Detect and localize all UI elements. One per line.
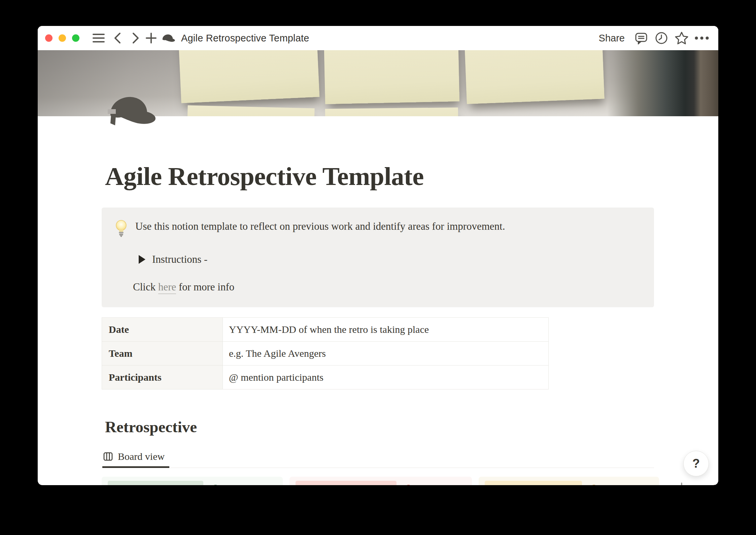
view-tab-bar: Board view	[102, 447, 654, 468]
add-group-button[interactable]	[675, 481, 688, 485]
section-heading: Retrospective	[105, 418, 718, 436]
callout-block[interactable]: Use this notion template to reflect on p…	[102, 208, 654, 307]
board-view: WHAT WENT RIGHT 2 WHAT WENT WRONG 2 WHAT…	[102, 477, 718, 485]
property-value-participants[interactable]: @ mention participants	[223, 365, 549, 389]
sticky-note	[178, 50, 320, 103]
column-count: 2	[592, 482, 597, 485]
column-title-pill[interactable]: WHAT WENT WRONG	[296, 481, 397, 485]
close-button[interactable]	[45, 34, 53, 42]
here-link[interactable]: here	[158, 281, 176, 294]
titlebar: Agile Retrospective Template Share	[38, 26, 718, 50]
sidebar-menu-button[interactable]	[91, 30, 106, 46]
comments-button[interactable]	[633, 30, 649, 46]
share-button[interactable]: Share	[595, 31, 629, 46]
window-page-title: Agile Retrospective Template	[181, 33, 309, 44]
ellipsis-icon	[694, 36, 709, 40]
callout-text: Use this notion template to reflect on p…	[135, 220, 505, 232]
property-value-date[interactable]: YYYY-MM-DD of when the retro is taking p…	[223, 317, 549, 341]
instructions-toggle-label: Instructions -	[152, 253, 207, 265]
board-column-what-we-learned[interactable]: WHAT WE LEARNED 2	[479, 477, 659, 485]
property-label-date[interactable]: Date	[102, 317, 223, 341]
property-label-team[interactable]: Team	[102, 341, 223, 365]
new-tab-button[interactable]	[143, 30, 159, 46]
favorite-button[interactable]	[674, 30, 689, 46]
lightbulb-icon	[114, 220, 128, 239]
more-info-line: Click here for more info	[133, 281, 641, 293]
traffic-lights	[45, 34, 79, 42]
hamburger-icon	[93, 34, 105, 42]
board-view-icon	[103, 451, 113, 462]
star-icon	[674, 31, 689, 45]
sticky-note	[324, 50, 459, 104]
forward-button[interactable]	[128, 30, 143, 46]
property-label-participants[interactable]: Participants	[102, 365, 223, 389]
tab-board-view[interactable]: Board view	[102, 447, 169, 468]
help-button[interactable]: ?	[683, 451, 709, 476]
comment-icon	[634, 31, 648, 45]
zoom-button[interactable]	[72, 34, 79, 42]
column-title-pill[interactable]: WHAT WENT RIGHT	[108, 481, 203, 485]
plus-icon	[145, 32, 157, 44]
click-prefix: Click	[133, 281, 158, 293]
page-content: Agile Retrospective Template Use this no…	[38, 116, 718, 485]
toggle-triangle-icon	[139, 255, 145, 264]
tab-board-view-label: Board view	[118, 451, 165, 462]
chevron-left-icon	[112, 32, 123, 44]
property-value-team[interactable]: e.g. The Agile Avengers	[223, 341, 549, 365]
clock-history-icon	[654, 31, 668, 45]
board-column-what-went-right[interactable]: WHAT WENT RIGHT 2	[102, 477, 283, 485]
minimize-button[interactable]	[59, 34, 66, 42]
cap-icon	[108, 94, 158, 127]
table-row: Team e.g. The Agile Avengers	[102, 341, 549, 365]
table-row: Date YYYY-MM-DD of when the retro is tak…	[102, 317, 549, 341]
column-title-pill[interactable]: WHAT WE LEARNED	[485, 481, 582, 485]
clipped-column-text: H	[714, 482, 718, 485]
chevron-right-icon	[131, 32, 141, 44]
history-button[interactable]	[654, 30, 669, 46]
board-column-what-went-wrong[interactable]: WHAT WENT WRONG 2	[289, 477, 472, 485]
click-suffix: for more info	[176, 281, 234, 293]
sticky-note	[187, 105, 314, 116]
page-title[interactable]: Agile Retrospective Template	[105, 162, 718, 191]
sticky-note	[464, 50, 604, 104]
plus-icon	[675, 481, 688, 485]
column-count: 2	[407, 482, 411, 485]
notion-window: Agile Retrospective Template Share	[38, 26, 718, 485]
page-emoji-cap-icon	[161, 30, 176, 46]
page-icon-cap[interactable]	[108, 94, 158, 127]
properties-table: Date YYYY-MM-DD of when the retro is tak…	[102, 317, 549, 389]
more-options-button[interactable]	[694, 30, 710, 46]
column-count: 2	[213, 482, 218, 485]
table-row: Participants @ mention participants	[102, 365, 549, 389]
sticky-note	[325, 107, 458, 116]
instructions-toggle[interactable]: Instructions -	[139, 253, 641, 265]
back-button[interactable]	[110, 30, 125, 46]
cover-shadow-edge	[607, 50, 718, 116]
